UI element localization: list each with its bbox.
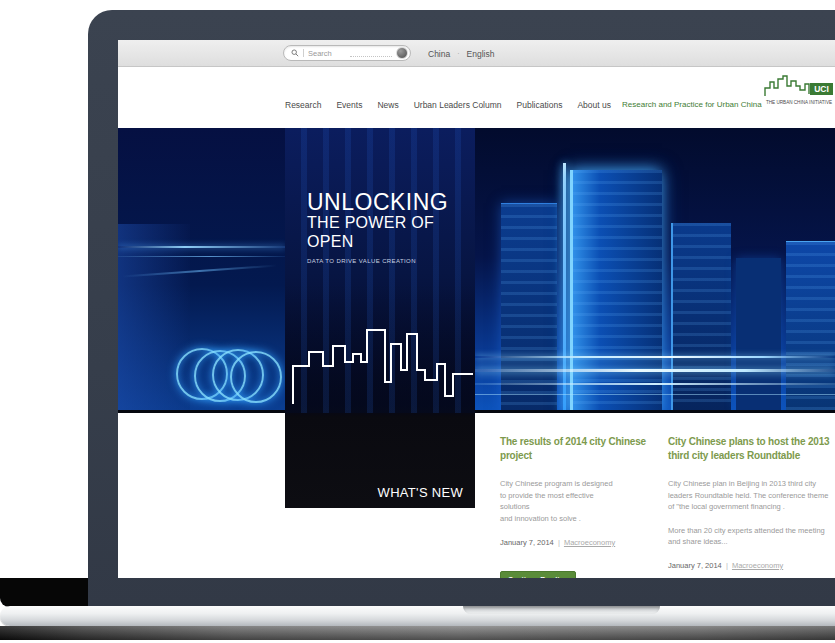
lang-english[interactable]: English (467, 49, 495, 59)
nav-item-urban-leaders-column[interactable]: Urban Leaders Column (414, 100, 502, 110)
hero-image-left (118, 128, 285, 413)
search-box[interactable] (283, 45, 411, 61)
article-1-category-link[interactable]: Macroeconomy (564, 538, 615, 547)
search-divider (303, 49, 304, 57)
article-2-date: January 7, 2014 (668, 561, 722, 570)
laptop-base-shadow (0, 626, 835, 640)
article-1-body: City Chinese program is designed to prov… (500, 478, 665, 525)
main-navigation: Research Events News Urban Leaders Colum… (285, 100, 611, 110)
nav-item-publications[interactable]: Publications (517, 100, 563, 110)
nav-item-about-us[interactable]: About us (577, 100, 611, 110)
search-submit-button[interactable] (396, 47, 408, 59)
site-header: Research Events News Urban Leaders Colum… (118, 68, 835, 128)
laptop-mockup: China · English Research Events News Urb… (0, 0, 835, 643)
lang-china[interactable]: China (428, 49, 450, 59)
logo-caption: THE URBAN CHINA INITIATIVE (766, 100, 832, 105)
hero-banner (118, 128, 835, 413)
hero-subtitle: DATA TO DRIVE VALUE CREATION (307, 258, 475, 264)
skyline-line-art-icon (287, 322, 473, 404)
nav-item-news[interactable]: News (377, 100, 398, 110)
hero-title-line2: THE POWER OF OPEN (307, 214, 475, 251)
article-2: City Chinese plans to host the 2013 thir… (668, 435, 835, 570)
search-dotted-leader (350, 56, 392, 57)
website-viewport: China · English Research Events News Urb… (118, 40, 835, 578)
article-2-category-link[interactable]: Macroeconomy (732, 561, 783, 570)
neon-coil (230, 351, 282, 403)
utility-bar: China · English (118, 40, 835, 67)
laptop-base-notch (463, 606, 660, 614)
article-2-title[interactable]: City Chinese plans to host the 2013 thir… (668, 435, 835, 462)
brand-tagline: Research and Practice for Urban China (622, 100, 762, 109)
search-icon (291, 49, 299, 57)
uci-logo[interactable]: UCI THE URBAN CHINA INITIATIVE (763, 74, 835, 122)
hero-title-line1: UNLOCKING (307, 190, 475, 214)
laptop-shadow-wedge (0, 578, 88, 607)
logo-skyline-icon (765, 76, 809, 96)
article-1-date: January 7, 2014 (500, 538, 554, 547)
continue-reading-button[interactable]: Continue Reading (500, 571, 576, 579)
article-1: The results of 2014 city Chinese project… (500, 435, 665, 578)
nav-item-events[interactable]: Events (336, 100, 362, 110)
language-switcher: China · English (428, 40, 494, 67)
search-input[interactable] (308, 49, 346, 58)
featured-panel: UNLOCKING THE POWER OF OPEN DATA TO DRIV… (285, 128, 475, 508)
nav-item-research[interactable]: Research (285, 100, 321, 110)
hero-title-block: UNLOCKING THE POWER OF OPEN DATA TO DRIV… (307, 190, 475, 264)
lang-separator: · (457, 50, 459, 57)
article-2-body: City Chinese plan in Beijing in 2013 thi… (668, 478, 835, 548)
article-1-meta: January 7, 2014 | Macroeconomy (500, 538, 665, 547)
laptop-base (0, 606, 835, 626)
logo-acronym: UCI (814, 84, 829, 94)
article-2-meta: January 7, 2014 | Macroeconomy (668, 561, 835, 570)
article-1-title[interactable]: The results of 2014 city Chinese project (500, 435, 665, 462)
hero-image-right (475, 128, 835, 413)
whats-new-label: WHAT'S NEW (378, 485, 463, 500)
